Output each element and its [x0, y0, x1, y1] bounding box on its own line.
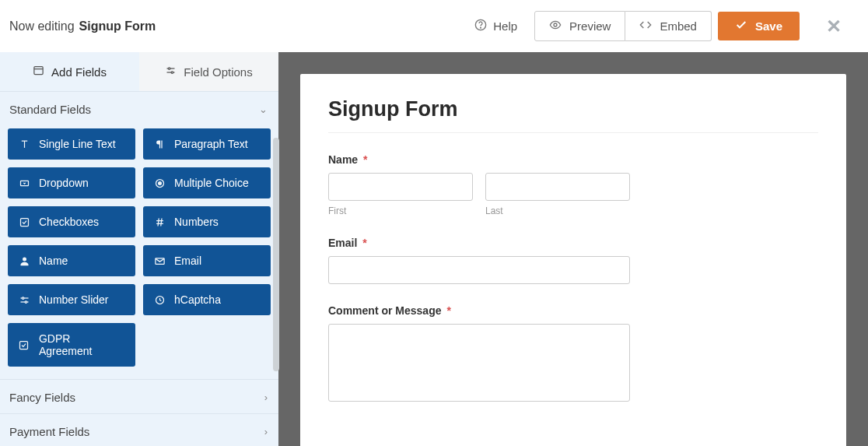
field-label: Number Slider	[39, 293, 108, 306]
embed-button[interactable]: Embed	[625, 11, 712, 41]
form-title: Signup Form	[328, 97, 818, 133]
field-label: Paragraph Text	[174, 138, 248, 150]
field-paragraph-text[interactable]: Paragraph Text	[143, 128, 271, 160]
field-single-line-text[interactable]: Single Line Text	[8, 128, 135, 160]
svg-line-18	[160, 218, 161, 226]
code-icon	[639, 19, 652, 33]
preview-button[interactable]: Preview	[534, 11, 625, 41]
help-icon	[474, 19, 487, 33]
field-label: Name	[39, 255, 68, 267]
preview-embed-group: Preview Embed	[534, 11, 712, 41]
svg-point-19	[23, 257, 26, 261]
section-standard-label: Standard Fields	[9, 103, 91, 116]
now-editing-label: Now editing	[9, 19, 75, 33]
svg-rect-14	[20, 218, 28, 226]
form-preview[interactable]: Signup Form Name * First Last	[300, 74, 846, 446]
save-button[interactable]: Save	[718, 12, 800, 40]
field-label: Single Line Text	[39, 138, 116, 150]
editing-title: Now editing Signup Form	[9, 19, 156, 33]
label-text: Name	[328, 153, 358, 166]
standard-fields-grid: Single Line Text Paragraph Text Dropdown…	[0, 125, 278, 379]
svg-point-2	[554, 23, 557, 26]
last-sublabel: Last	[485, 205, 630, 216]
dropdown-icon	[18, 177, 30, 189]
section-fancy-label: Fancy Fields	[9, 391, 75, 404]
name-row: First Last	[328, 173, 818, 216]
field-number-slider[interactable]: Number Slider	[8, 284, 135, 315]
sidebar-tabs: Add Fields Field Options	[0, 52, 278, 91]
svg-point-8	[171, 72, 173, 74]
svg-point-24	[25, 300, 27, 303]
field-checkboxes[interactable]: Checkboxes	[8, 206, 135, 237]
form-field-email[interactable]: Email *	[328, 237, 818, 284]
field-label: Email	[174, 255, 201, 267]
field-label: Dropdown	[39, 177, 89, 189]
help-label: Help	[493, 19, 517, 33]
main-area: Add Fields Field Options Standard Fields…	[0, 52, 868, 446]
email-label: Email *	[328, 237, 818, 249]
chevron-right-icon: ›	[264, 426, 268, 437]
field-label: GDPR Agreement	[39, 332, 125, 357]
field-label: Checkboxes	[39, 216, 99, 228]
paragraph-icon	[153, 139, 166, 150]
close-button[interactable]: ✕	[817, 16, 851, 37]
section-payment-label: Payment Fields	[9, 425, 89, 438]
checkbox-icon	[18, 216, 30, 228]
first-name-input[interactable]	[328, 173, 473, 201]
name-label: Name *	[328, 153, 818, 166]
field-name[interactable]: Name	[8, 245, 135, 276]
field-label: Multiple Choice	[174, 177, 249, 189]
required-marker: *	[362, 237, 366, 249]
field-numbers[interactable]: Numbers	[143, 206, 271, 237]
eye-icon	[549, 19, 562, 33]
section-fancy-fields[interactable]: Fancy Fields ›	[0, 379, 278, 413]
field-gdpr-agreement[interactable]: GDPR Agreement	[8, 323, 135, 367]
field-dropdown[interactable]: Dropdown	[8, 167, 135, 198]
add-fields-icon	[33, 65, 44, 79]
first-sublabel: First	[328, 205, 473, 216]
preview-label: Preview	[569, 19, 611, 33]
chevron-down-icon: ⌄	[259, 104, 268, 115]
svg-point-22	[22, 297, 24, 299]
hash-icon	[153, 216, 166, 228]
sidebar: Add Fields Field Options Standard Fields…	[0, 52, 278, 446]
user-icon	[18, 255, 30, 267]
sliders-icon	[165, 65, 177, 79]
tab-add-fields[interactable]: Add Fields	[0, 52, 139, 91]
help-button[interactable]: Help	[464, 12, 528, 40]
last-name-input[interactable]	[485, 173, 630, 201]
field-multiple-choice[interactable]: Multiple Choice	[143, 167, 271, 198]
svg-point-13	[158, 181, 161, 184]
svg-point-6	[169, 68, 171, 70]
form-field-comment[interactable]: Comment or Message *	[328, 304, 818, 405]
svg-rect-3	[34, 67, 43, 75]
label-text: Email	[328, 237, 357, 249]
form-name-label: Signup Form	[79, 19, 156, 33]
text-icon	[18, 139, 30, 150]
section-standard-fields[interactable]: Standard Fields ⌄	[0, 91, 278, 125]
comment-label: Comment or Message *	[328, 304, 818, 317]
form-field-name[interactable]: Name * First Last	[328, 153, 818, 216]
embed-label: Embed	[660, 19, 697, 33]
field-hcaptcha[interactable]: hCaptcha	[143, 284, 271, 315]
top-bar: Now editing Signup Form Help Preview Emb…	[0, 0, 868, 52]
tab-add-fields-label: Add Fields	[51, 65, 107, 79]
close-icon: ✕	[826, 16, 842, 37]
field-label: hCaptcha	[174, 293, 221, 306]
envelope-icon	[153, 255, 166, 267]
section-payment-fields[interactable]: Payment Fields ›	[0, 413, 278, 446]
required-marker: *	[363, 153, 367, 166]
svg-point-1	[481, 27, 481, 28]
svg-line-17	[158, 218, 159, 226]
top-bar-actions: Help Preview Embed Save ✕	[464, 11, 851, 41]
comment-textarea[interactable]	[328, 324, 630, 402]
required-marker: *	[446, 304, 450, 317]
form-canvas: Signup Form Name * First Last	[278, 52, 868, 446]
sidebar-scrollbar[interactable]	[273, 138, 279, 371]
tab-field-options[interactable]: Field Options	[139, 52, 278, 91]
field-label: Numbers	[174, 216, 219, 228]
field-email[interactable]: Email	[143, 245, 271, 276]
email-input[interactable]	[328, 256, 630, 284]
chevron-right-icon: ›	[264, 392, 268, 403]
svg-rect-26	[20, 341, 28, 349]
